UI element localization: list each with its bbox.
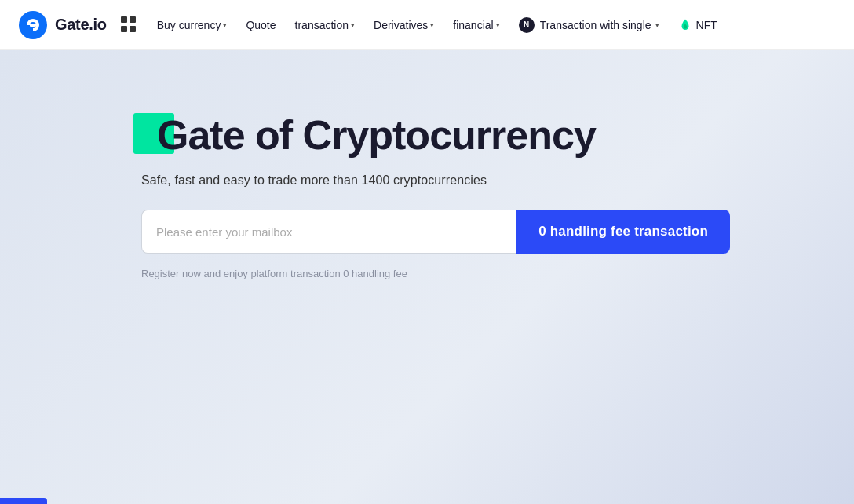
flame-icon — [678, 18, 692, 32]
logo-area[interactable]: Gate.io — [19, 11, 107, 39]
register-note: Register now and enjoy platform transact… — [141, 268, 407, 279]
gate-logo-icon — [19, 11, 47, 39]
nav-derivatives[interactable]: Derivatives ▾ — [366, 14, 442, 36]
grid-icon[interactable] — [121, 16, 138, 34]
nav-transaction[interactable]: transaction ▾ — [287, 14, 363, 36]
bottom-bar-decoration — [0, 498, 47, 504]
novelty-icon: N — [519, 17, 535, 33]
derivatives-caret: ▾ — [430, 21, 434, 29]
nav-buy-currency[interactable]: Buy currency ▾ — [149, 14, 235, 36]
transaction-caret: ▾ — [351, 21, 355, 29]
main-nav: Buy currency ▾ Quote transaction ▾ Deriv… — [149, 13, 835, 38]
header: Gate.io Buy currency ▾ Quote transaction… — [0, 0, 854, 50]
cta-button[interactable]: 0 handling fee transaction — [516, 210, 730, 254]
buy-currency-caret: ▾ — [223, 21, 227, 29]
nav-quote[interactable]: Quote — [238, 14, 283, 36]
nav-financial[interactable]: financial ▾ — [445, 14, 507, 36]
hero-subtitle: Safe, fast and easy to trade more than 1… — [141, 173, 487, 188]
cta-row: 0 handling fee transaction — [141, 210, 730, 254]
hero-title-wrapper: Gate of Cryptocurrency — [141, 113, 596, 158]
hero-title: Gate of Cryptocurrency — [141, 113, 596, 158]
hero-section: Gate of Cryptocurrency Safe, fast and ea… — [0, 50, 854, 504]
financial-caret: ▾ — [496, 21, 500, 29]
svg-rect-1 — [30, 24, 36, 27]
logo-text: Gate.io — [55, 16, 107, 34]
email-input[interactable] — [141, 210, 516, 254]
nav-single-transaction[interactable]: N Transaction with single ▾ — [511, 13, 667, 38]
single-transaction-caret: ▾ — [655, 21, 659, 29]
nav-nft[interactable]: NFT — [670, 13, 725, 37]
